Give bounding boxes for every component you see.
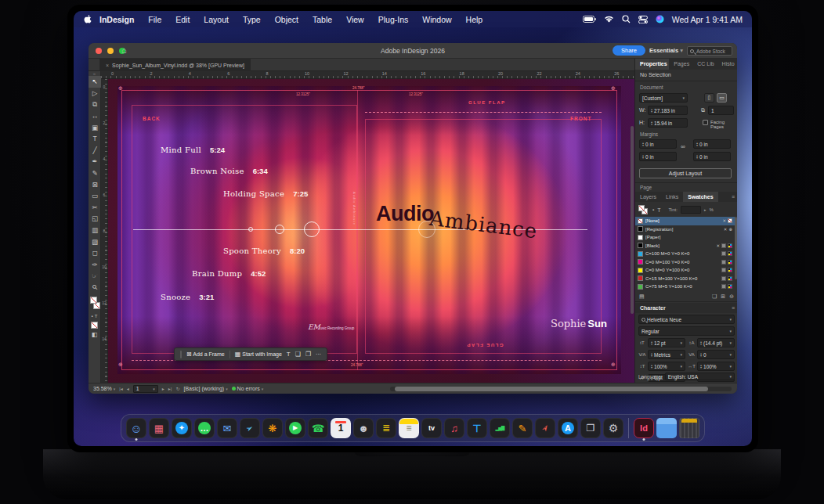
dock-icon-photos[interactable]: ❋ <box>262 418 283 438</box>
hand-tool[interactable]: ☞ <box>89 270 101 282</box>
dock-icon-passwords[interactable]: ❐ <box>580 418 601 438</box>
dock-icon-music[interactable]: ♫ <box>444 418 464 438</box>
facing-pages-checkbox[interactable] <box>703 120 708 125</box>
menu-indesign[interactable]: InDesign <box>96 15 141 24</box>
text-format-icon[interactable]: T <box>657 207 660 213</box>
preflight-status[interactable]: No errors ▾ <box>232 386 264 391</box>
window-titlebar[interactable]: ⌂ Adobe InDesign 2026 Share Essentials ▾… <box>89 43 737 59</box>
panel-menu-icon[interactable]: ≡ <box>732 194 737 200</box>
album-title-ambiance[interactable]: Ambiance <box>428 207 539 243</box>
horizontal-scrollbar[interactable] <box>390 387 732 391</box>
menu-object[interactable]: Object <box>268 15 305 24</box>
page-size-preset-select[interactable]: [Custom]▾ <box>639 93 688 103</box>
dock-icon-app-store[interactable]: A <box>558 418 578 438</box>
note-tool[interactable]: ◻ <box>89 247 101 259</box>
timeline-node[interactable] <box>304 221 320 237</box>
page-tool[interactable]: ⧉ <box>89 99 101 110</box>
adjust-layout-button[interactable]: Adjust Layout <box>639 168 732 178</box>
show-swatch-kinds-icon[interactable]: ▤ <box>639 293 645 300</box>
margin-right-input[interactable]: ▴▾0 in <box>693 139 731 149</box>
type-tool[interactable]: T <box>89 133 101 145</box>
close-tab-icon[interactable]: × <box>106 63 109 68</box>
menu-help[interactable]: Help <box>459 15 490 24</box>
spine-text[interactable]: Audio Ambiance <box>352 192 356 225</box>
formatting-affects-buttons[interactable]: ▪T <box>89 312 100 320</box>
gap-tool[interactable]: ↔ <box>89 110 101 122</box>
dock-icon-safari[interactable]: ✦ <box>172 418 192 438</box>
dock-icon-maps[interactable]: ➢ <box>240 418 260 438</box>
scissors-tool[interactable]: ✂ <box>89 202 101 214</box>
dock-icon-keynote[interactable]: ⊤ <box>467 418 487 438</box>
width-input[interactable]: ▴▾27.183 in <box>648 106 688 115</box>
zoom-level-select[interactable]: 35.58% ▾ <box>93 386 115 391</box>
artist-name[interactable]: SophieSun <box>551 318 607 329</box>
menu-type[interactable]: Type <box>236 15 268 24</box>
fill-swatch[interactable] <box>90 297 97 304</box>
font-style-select[interactable]: Regular▾ <box>638 326 735 336</box>
canvas-pasteboard[interactable]: ⊕ ⊕ ⊕ ⊕ 24.788" 12.3125" 12.3125" 24.788… <box>108 79 634 383</box>
panel-tab-histo[interactable]: Histo <box>717 59 737 70</box>
start-with-image-button[interactable]: ▦ Start with Image <box>235 351 282 358</box>
panel-tab-properties[interactable]: Properties <box>635 59 669 70</box>
swatch-row[interactable]: C=0 M=0 Y=100 K=0 <box>635 266 735 275</box>
dock-icon-launchpad[interactable]: ▦ <box>149 418 169 438</box>
swatch-row[interactable]: [Paper] <box>635 233 735 242</box>
preflight-profile-select[interactable]: [Basic] (working) ▾ <box>183 386 227 391</box>
back-panel-label[interactable]: BACK <box>143 116 161 121</box>
margin-top-input[interactable]: ▴▾0 in <box>639 139 677 149</box>
panel-tab-swatches[interactable]: Swatches <box>683 192 717 202</box>
swatch-row[interactable]: C=0 M=100 Y=0 K=0 <box>635 258 735 267</box>
previous-page-button[interactable]: ◂ <box>127 386 129 391</box>
next-page-button[interactable]: ▸ <box>162 386 164 391</box>
panel-tab-cclib[interactable]: CC Lib <box>692 59 717 70</box>
kerning-input[interactable]: ▴▾Metrics▾ <box>648 350 685 359</box>
track-item[interactable]: Spoon Theory8:20 <box>223 247 305 255</box>
dock-icon-reminders[interactable]: ≣ <box>376 418 396 438</box>
swatches-scrollbar[interactable] <box>735 217 737 279</box>
portrait-orientation-button[interactable]: ▯ <box>704 93 714 103</box>
tracking-input[interactable]: ▴▾0▾ <box>697 350 735 359</box>
track-item[interactable]: Mind Full5:24 <box>161 146 225 154</box>
leading-input[interactable]: ▴▾(14.4 pt)▾ <box>697 338 735 347</box>
menu-window[interactable]: Window <box>415 15 458 24</box>
track-item[interactable]: Brain Dump4:52 <box>192 269 266 278</box>
vertical-ruler[interactable]: 02468101214 <box>101 79 108 383</box>
menu-view[interactable]: View <box>339 15 371 24</box>
apply-none-button[interactable] <box>91 322 98 329</box>
font-family-select[interactable]: Helvetica Neue▾ <box>638 315 735 324</box>
dock-icon-mail[interactable]: ✉ <box>217 418 237 438</box>
share-button[interactable]: Share <box>613 45 645 56</box>
page-number-input[interactable]: 1▾ <box>133 385 158 393</box>
preflight-refresh-icon[interactable]: ↻ <box>175 386 179 391</box>
gradient-tool[interactable]: ▥ <box>89 225 101 236</box>
dock-icon-calendar[interactable]: 1 <box>331 418 351 438</box>
dock-icon-messages[interactable]: … <box>194 418 215 438</box>
page-count-input[interactable]: 1 <box>708 106 734 115</box>
character-panel-header[interactable]: Character ≡ <box>635 303 737 313</box>
dock-icon-rocket[interactable]: ➢ <box>535 418 555 438</box>
fill-stroke-control[interactable] <box>89 295 101 312</box>
horizontal-scrollbar-thumb[interactable] <box>395 387 708 391</box>
adobe-stock-search-input[interactable]: Adobe Stock <box>687 46 732 56</box>
glue-flap-label-top[interactable]: GLUE FLAP <box>468 100 506 105</box>
screen-mode-button[interactable]: ◧ <box>89 331 100 338</box>
swatch-row[interactable]: C=15 M=100 Y=100 K=0 <box>635 275 735 283</box>
glue-flap-label-bottom[interactable]: GLUE FLAP <box>466 343 504 347</box>
direct-selection-tool[interactable]: ▷ <box>89 88 101 99</box>
menu-edit[interactable]: Edit <box>168 15 197 24</box>
dock-icon-downloads[interactable] <box>656 418 677 438</box>
apple-menu-icon[interactable] <box>83 14 92 24</box>
panel-tab-layers[interactable]: Layers <box>635 192 661 202</box>
dock-icon-numbers[interactable]: ▂▅▇ <box>490 418 510 438</box>
track-item[interactable]: Brown Noise6:34 <box>190 167 268 175</box>
swatch-row[interactable]: C=75 M=5 Y=100 K=0 <box>635 283 735 291</box>
track-item[interactable]: Holding Space7:25 <box>223 189 308 198</box>
dock-icon-pages[interactable]: ✎ <box>512 418 533 438</box>
battery-icon[interactable] <box>583 16 596 23</box>
contextual-task-bar[interactable]: ⊠ Add a Frame ▦ Start with Image T ❏ ❐ ·… <box>174 347 327 361</box>
last-page-button[interactable]: ▸| <box>168 386 172 391</box>
link-margins-icon[interactable]: ∞ <box>681 143 685 150</box>
dock-icon-trash[interactable] <box>679 418 699 438</box>
pen-tool[interactable]: ✒ <box>89 156 101 167</box>
tint-input[interactable] <box>681 206 701 214</box>
